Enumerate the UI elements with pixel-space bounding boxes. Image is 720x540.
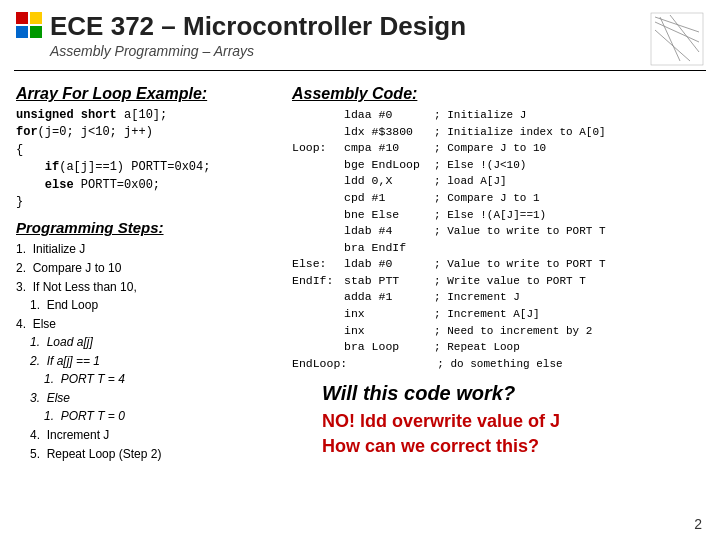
asm-row-14: inx ; Need to increment by 2: [292, 323, 704, 340]
code-line-6: }: [16, 194, 276, 211]
asm-row-1: ldaa #0 ; Initialize J: [292, 107, 704, 124]
code-line-4: if(a[j]==1) PORTT=0x04;: [16, 159, 276, 176]
page-number: 2: [694, 516, 702, 532]
deco-sq-red: [16, 12, 28, 24]
svg-rect-0: [651, 13, 703, 65]
step-4: 4. Else 1. Load a[j] 2. If a[j] == 1 1. …: [16, 315, 276, 463]
step-2: 2. Compare J to 10: [16, 259, 276, 277]
header: ECE 372 – Microcontroller Design Assembl…: [0, 0, 720, 70]
step-3-1: 1. End Loop: [30, 296, 276, 314]
asm-row-13: inx ; Increment A[J]: [292, 306, 704, 323]
main-content: Array For Loop Example: unsigned short a…: [0, 77, 720, 468]
step-4-4: 4. Increment J: [30, 426, 276, 444]
svg-line-2: [655, 22, 699, 42]
code-line-3: {: [16, 142, 276, 159]
right-column: Assembly Code: ldaa #0 ; Initialize J ld…: [292, 85, 704, 464]
step-4-3-1: 1. PORT T = 0: [44, 407, 276, 425]
asm-row-5: ldd 0,X ; load A[J]: [292, 173, 704, 190]
code-block: unsigned short a[10]; for(j=0; j<10; j++…: [16, 107, 276, 211]
prog-steps-title: Programming Steps:: [16, 219, 276, 236]
code-line-2: for(j=0; j<10; j++): [16, 124, 276, 141]
asm-row-9: bra EndIf: [292, 240, 704, 256]
asm-row-3: Loop: cmpa #10 ; Compare J to 10: [292, 140, 704, 157]
asm-row-8: ldab #4 ; Value to write to PORT T: [292, 223, 704, 240]
asm-row-12: adda #1 ; Increment J: [292, 289, 704, 306]
bottom-questions: Will this code work? NO! ldd overwrite v…: [322, 382, 704, 458]
header-text: ECE 372 – Microcontroller Design Assembl…: [50, 12, 650, 59]
asm-row-10: Else: ldab #0 ; Value to write to PORT T: [292, 256, 704, 273]
code-line-1: unsigned short a[10];: [16, 107, 276, 124]
will-work-text: Will this code work?: [322, 382, 704, 405]
asm-row-16: EndLoop: ; do something else: [292, 356, 704, 373]
deco-squares: [16, 12, 42, 38]
code-line-5: else PORTT=0x00;: [16, 177, 276, 194]
asm-row-6: cpd #1 ; Compare J to 1: [292, 190, 704, 207]
no-ldd-line2: How can we correct this?: [322, 434, 704, 458]
step-3: 3. If Not Less than 10, 1. End Loop: [16, 278, 276, 314]
deco-sq-blue: [16, 26, 28, 38]
asm-row-4: bge EndLoop ; Else !(J<10): [292, 157, 704, 174]
step-4-3: 3. Else 1. PORT T = 0: [30, 389, 276, 425]
step-4-2: 2. If a[j] == 1 1. PORT T = 4: [30, 352, 276, 388]
array-section-title: Array For Loop Example:: [16, 85, 276, 103]
asm-row-7: bne Else ; Else !(A[J]==1): [292, 207, 704, 224]
page-subtitle: Assembly Programming – Arrays: [50, 43, 650, 59]
step-4-2-1: 1. PORT T = 4: [44, 370, 276, 388]
header-logo: [650, 12, 704, 66]
left-column: Array For Loop Example: unsigned short a…: [16, 85, 276, 464]
step-1: 1. Initialize J: [16, 240, 276, 258]
asm-row-11: EndIf: stab PTT ; Write value to PORT T: [292, 273, 704, 290]
deco-sq-green: [30, 26, 42, 38]
step-4-1: 1. Load a[j]: [30, 333, 276, 351]
page-title: ECE 372 – Microcontroller Design: [50, 12, 650, 41]
header-divider: [14, 70, 706, 71]
svg-line-5: [670, 15, 699, 52]
svg-line-3: [655, 30, 690, 61]
asm-code-block: ldaa #0 ; Initialize J ldx #$3800 ; Init…: [292, 107, 704, 372]
step-4-5: 5. Repeat Loop (Step 2): [30, 445, 276, 463]
deco-sq-yellow: [30, 12, 42, 24]
asm-row-2: ldx #$3800 ; Initialize index to A[0]: [292, 124, 704, 141]
asm-section-title: Assembly Code:: [292, 85, 704, 103]
asm-row-15: bra Loop ; Repeat Loop: [292, 339, 704, 356]
steps-list: 1. Initialize J 2. Compare J to 10 3. If…: [16, 240, 276, 463]
no-ldd-line1: NO! ldd overwrite value of J: [322, 409, 704, 433]
